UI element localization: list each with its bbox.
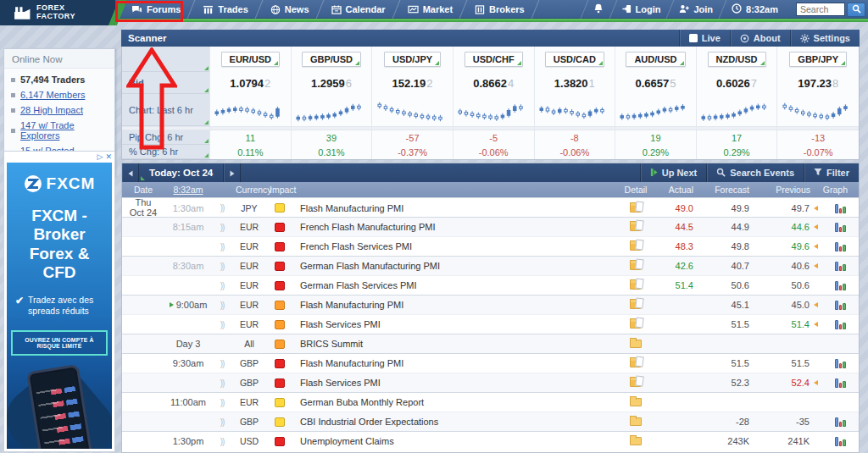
impact-icon[interactable] (275, 281, 285, 290)
impact-icon[interactable] (275, 340, 285, 349)
event-title[interactable]: Flash Manufacturing PMI (293, 203, 618, 213)
clock-display[interactable]: 8:32am (722, 0, 787, 19)
impact-icon[interactable] (275, 223, 285, 232)
pair-symbol-button[interactable]: EUR/USD (221, 52, 281, 67)
ad-close-icon[interactable]: ✕ (105, 153, 112, 161)
impact-icon[interactable] (275, 203, 285, 213)
scanner-settings-button[interactable]: Settings (790, 30, 860, 47)
pair-mini-chart[interactable] (697, 94, 777, 126)
nav-tab-brokers[interactable]: Brokers (464, 0, 536, 19)
pair-symbol-button[interactable]: GBP/JPY (789, 52, 847, 67)
detail-open-folder-icon[interactable] (630, 378, 642, 387)
detail-open-folder-icon[interactable] (630, 320, 642, 329)
search-button[interactable] (847, 3, 865, 17)
notifications-button[interactable] (584, 0, 613, 19)
detail-open-folder-icon[interactable] (630, 281, 642, 290)
pair-symbol-button[interactable]: USD/JPY (384, 52, 441, 67)
event-title[interactable]: Unemployment Claims (293, 436, 618, 446)
event-title[interactable]: Flash Services PMI (293, 319, 618, 329)
forex-factory-logo[interactable]: FOREX FACTORY (0, 0, 115, 25)
pair-mini-chart[interactable] (372, 94, 453, 126)
calendar-event-row[interactable]: )) EUR French Flash Services PMI 48.3 49… (122, 236, 859, 256)
pair-mini-chart[interactable] (615, 94, 696, 126)
pair-mini-chart[interactable] (210, 94, 291, 126)
graph-icon[interactable] (835, 203, 846, 213)
impact-icon[interactable] (275, 301, 285, 310)
impact-icon[interactable] (275, 437, 285, 446)
nav-tab-market[interactable]: Market (397, 0, 464, 19)
pair-symbol-button[interactable]: USD/CAD (545, 52, 604, 67)
impact-icon[interactable] (275, 320, 285, 329)
ad-banner[interactable]: ▷ ✕ FXCM FXCM - Broker Forex & CFD ✔ Tra… (3, 151, 115, 452)
event-title[interactable]: Flash Manufacturing PMI (293, 300, 618, 310)
calendar-event-row[interactable]: 8:30am )) EUR German Flash Manufacturing… (122, 256, 859, 275)
graph-icon[interactable] (835, 261, 846, 271)
detail-open-folder-icon[interactable] (630, 223, 642, 231)
event-title[interactable]: Flash Services PMI (293, 378, 618, 388)
detail-open-folder-icon[interactable] (630, 262, 642, 270)
online-now-link[interactable]: 6,147 Members (20, 90, 85, 100)
scanner-chart-label[interactable]: Chart: Last 6 hr (122, 94, 209, 126)
filter-button[interactable]: Filter (804, 163, 859, 182)
calendar-next-button[interactable] (224, 163, 241, 182)
calendar-event-row[interactable]: Day 3 )) All BRICS Summit (122, 334, 859, 353)
calendar-event-row[interactable]: ThuOct 24 1:30am )) JPY Flash Manufactur… (122, 197, 859, 217)
impact-icon[interactable] (275, 242, 285, 251)
online-now-link[interactable]: 147 w/ Trade Explorers (20, 120, 108, 141)
graph-icon[interactable] (835, 222, 846, 232)
calendar-event-row[interactable]: )) EUR German Flash Services PMI 51.4 50… (122, 275, 859, 295)
calendar-event-row[interactable]: )) EUR Flash Services PMI 51.5 51.4 (122, 314, 859, 334)
nav-tab-calendar[interactable]: Calendar (320, 0, 397, 19)
pair-mini-chart[interactable] (453, 94, 534, 126)
graph-icon[interactable] (835, 319, 846, 329)
graph-icon[interactable] (835, 417, 846, 427)
event-title[interactable]: French Flash Manufacturing PMI (293, 222, 618, 232)
detail-open-folder-icon[interactable] (630, 359, 642, 367)
detail-open-folder-icon[interactable] (630, 242, 642, 251)
ad-cta-button[interactable]: OUVREZ UN COMPTE À RISQUE LIMITÉ (11, 330, 108, 356)
join-button[interactable]: Join (670, 0, 722, 19)
login-button[interactable]: Login (613, 0, 670, 19)
impact-icon[interactable] (275, 378, 285, 388)
impact-icon[interactable] (275, 398, 285, 407)
detail-folder-icon[interactable] (630, 398, 642, 406)
detail-folder-icon[interactable] (630, 437, 642, 445)
calendar-today-button[interactable]: Today: Oct 24 (139, 163, 224, 182)
col-current-time[interactable]: 8:32am (164, 185, 212, 195)
scanner-live-button[interactable]: Live (679, 30, 730, 47)
graph-icon[interactable] (835, 436, 846, 446)
calendar-event-row[interactable]: 1:30pm )) USD Unemployment Claims 243K 2… (122, 431, 859, 450)
nav-tab-news[interactable]: News (259, 0, 320, 19)
detail-open-folder-icon[interactable] (630, 204, 642, 213)
graph-icon[interactable] (835, 300, 846, 310)
event-title[interactable]: German Buba Monthly Report (293, 397, 618, 407)
event-title[interactable]: Flash Manufacturing PMI (293, 358, 618, 368)
pair-symbol-button[interactable]: USD/CHF (465, 52, 523, 67)
graph-icon[interactable] (835, 358, 846, 368)
scanner-pip-label[interactable]: Pip Chg: 6 hr (122, 130, 209, 145)
scanner-symbol-cell[interactable] (122, 47, 209, 72)
event-title[interactable]: CBI Industrial Order Expectations (293, 417, 618, 427)
pair-symbol-button[interactable]: NZD/USD (708, 52, 766, 67)
search-input[interactable] (796, 3, 845, 16)
calendar-event-row[interactable]: 9:00am )) EUR Flash Manufacturing PMI 45… (122, 295, 859, 314)
pair-mini-chart[interactable] (777, 94, 859, 126)
event-title[interactable]: BRICS Summit (293, 339, 618, 349)
pair-symbol-button[interactable]: AUD/USD (626, 52, 685, 67)
search-events-button[interactable]: Search Events (706, 163, 804, 182)
pair-mini-chart[interactable] (292, 94, 372, 126)
adchoices-icon[interactable]: ▷ (97, 153, 103, 161)
nav-tab-trades[interactable]: Trades (192, 0, 259, 19)
calendar-event-row[interactable]: 11:00am )) EUR German Buba Monthly Repor… (122, 392, 859, 412)
scanner-bid-label[interactable]: Bid (122, 72, 209, 94)
online-now-link[interactable]: 28 High Impact (20, 105, 83, 115)
graph-icon[interactable] (835, 280, 846, 290)
scanner-pct-label[interactable]: % Chg: 6 hr (122, 145, 209, 159)
calendar-event-row[interactable]: )) GBP Flash Services PMI 52.3 52.4 (122, 373, 859, 392)
nav-tab-forums[interactable]: Forums (120, 0, 192, 19)
calendar-event-row[interactable]: 8:15am )) EUR French Flash Manufacturing… (122, 217, 859, 236)
scanner-about-button[interactable]: About (730, 30, 790, 47)
pair-mini-chart[interactable] (535, 94, 615, 126)
event-title[interactable]: German Flash Manufacturing PMI (293, 261, 618, 271)
impact-icon[interactable] (275, 262, 285, 271)
